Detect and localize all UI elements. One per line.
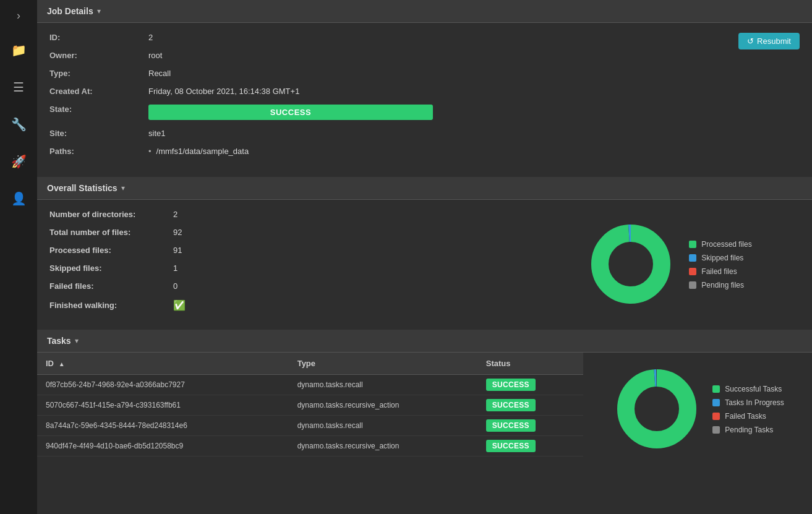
task-id: 940df47e-4f49-4d10-bae6-db5d12058bc9: [37, 436, 289, 456]
successful-tasks-dot: [712, 385, 720, 393]
field-type: Type: Recall: [49, 69, 800, 78]
total-files-value: 92: [173, 228, 182, 237]
finished-walking-label: Finished walking:: [49, 301, 173, 310]
legend-pending: Pending files: [689, 281, 751, 289]
tasks-table: ID ▲ Type Status 0f87cb56-24b7-4968-92e4…: [37, 353, 583, 456]
resubmit-icon: ↺: [747, 36, 754, 46]
paths-list: /mmfs1/data/sample_data: [148, 147, 249, 156]
main-content: Job Details ▾ ↺ Resubmit ID: 2 Owner: ro…: [37, 0, 812, 514]
legend-skipped: Skipped files: [689, 254, 751, 262]
processed-files-label: Processed files:: [49, 246, 173, 255]
tasks-header[interactable]: Tasks ▾: [37, 330, 812, 353]
job-details-body: ↺ Resubmit ID: 2 Owner: root Type: Recal…: [37, 23, 812, 177]
id-sort-arrow: ▲: [59, 361, 65, 367]
job-details-header[interactable]: Job Details ▾: [37, 0, 812, 23]
id-label: ID:: [49, 33, 148, 42]
total-files-label: Total number of files:: [49, 228, 173, 237]
task-type: dynamo.tasks.recall: [289, 375, 477, 395]
field-id: ID: 2: [49, 33, 800, 42]
created-value: Friday, 08 October 2021, 16:14:38 GMT+1: [148, 87, 299, 96]
overall-stats-header[interactable]: Overall Statistics ▾: [37, 177, 812, 200]
overall-stats-title: Overall Statistics: [47, 183, 118, 193]
task-type: dynamo.tasks.recursive_action: [289, 395, 477, 416]
tasks-table-wrap: ID ▲ Type Status 0f87cb56-24b7-4968-92e4…: [37, 353, 583, 456]
tasks-table-header-row: ID ▲ Type Status: [37, 353, 583, 375]
failed-files-label: Failed files:: [49, 281, 173, 291]
processed-dot: [689, 241, 696, 248]
list-icon[interactable]: ☰: [8, 75, 29, 100]
svg-point-2: [610, 243, 652, 285]
state-badge: SUCCESS: [148, 105, 433, 120]
sidebar-toggle[interactable]: ›: [14, 6, 24, 25]
task-status: SUCCESS: [477, 416, 583, 436]
table-row[interactable]: 0f87cb56-24b7-4968-92e4-a0366abc7927dyna…: [37, 375, 583, 395]
tasks-donut: [613, 366, 700, 454]
site-label: Site:: [49, 129, 148, 138]
directories-label: Number of directories:: [49, 210, 173, 219]
stat-directories: Number of directories: 2: [49, 210, 528, 219]
svg-point-5: [636, 388, 678, 430]
owner-value: root: [148, 51, 162, 60]
tasks-in-progress-label: Tasks In Progress: [725, 398, 784, 407]
col-type: Type: [289, 353, 477, 375]
skipped-label: Skipped files: [701, 254, 743, 262]
stat-failed-files: Failed files: 0: [49, 281, 528, 291]
folder-icon[interactable]: 📁: [6, 38, 32, 62]
legend-pending-tasks: Pending Tasks: [712, 426, 784, 434]
table-row[interactable]: 940df47e-4f49-4d10-bae6-db5d12058bc9dyna…: [37, 436, 583, 456]
tasks-body: ID ▲ Type Status 0f87cb56-24b7-4968-92e4…: [37, 353, 812, 466]
failed-tasks-dot: [712, 413, 720, 420]
table-row[interactable]: 5070c667-451f-415e-a794-c393163ffb61dyna…: [37, 395, 583, 416]
finished-walking-check: ✅: [173, 299, 186, 311]
pending-tasks-dot: [712, 426, 720, 434]
paths-label: Paths:: [49, 147, 148, 156]
processed-label: Processed files: [701, 240, 751, 249]
legend-processed: Processed files: [689, 240, 751, 249]
failed-tasks-label: Failed Tasks: [725, 412, 766, 421]
owner-label: Owner:: [49, 51, 148, 60]
user-icon[interactable]: 👤: [6, 186, 32, 211]
rocket-icon[interactable]: 🚀: [6, 149, 32, 174]
task-id: 0f87cb56-24b7-4968-92e4-a0366abc7927: [37, 375, 289, 395]
tasks-chart-area: Successful Tasks Tasks In Progress Faile…: [596, 353, 812, 456]
task-type: dynamo.tasks.recall: [289, 416, 477, 436]
failed-files-value: 0: [173, 281, 177, 291]
stat-skipped-files: Skipped files: 1: [49, 263, 528, 273]
tasks-in-progress-dot: [712, 399, 720, 406]
skipped-dot: [689, 254, 696, 262]
pending-dot: [689, 281, 696, 289]
created-label: Created At:: [49, 87, 148, 96]
pending-label: Pending files: [701, 281, 744, 289]
tasks-legend: Successful Tasks Tasks In Progress Faile…: [712, 385, 784, 434]
col-id[interactable]: ID ▲: [37, 353, 289, 375]
job-details-chevron: ▾: [97, 7, 101, 15]
id-value: 2: [148, 33, 153, 42]
field-state: State: SUCCESS: [49, 105, 800, 120]
tasks-title: Tasks: [47, 336, 71, 346]
path-value: /mmfs1/data/sample_data: [156, 147, 249, 156]
overall-stats-chevron: ▾: [121, 184, 125, 192]
task-status: SUCCESS: [477, 375, 583, 395]
directories-value: 2: [173, 210, 177, 219]
tasks-chevron: ▾: [75, 336, 79, 345]
pending-tasks-label: Pending Tasks: [725, 426, 773, 434]
stats-table: Number of directories: 2 Total number of…: [49, 210, 528, 320]
resubmit-button[interactable]: ↺ Resubmit: [738, 33, 800, 49]
task-id: 8a744a7c-59e6-4345-8444-78ed248314e6: [37, 416, 289, 436]
task-id: 5070c667-451f-415e-a794-c393163ffb61: [37, 395, 289, 416]
task-type: dynamo.tasks.recursive_action: [289, 436, 477, 456]
files-donut: [588, 221, 674, 309]
task-status: SUCCESS: [477, 395, 583, 416]
files-legend: Processed files Skipped files Failed fil…: [689, 240, 751, 289]
processed-files-value: 91: [173, 246, 182, 255]
path-item: /mmfs1/data/sample_data: [148, 147, 249, 156]
legend-tasks-in-progress: Tasks In Progress: [712, 398, 784, 407]
files-chart-area: Processed files Skipped files Failed fil…: [540, 210, 800, 320]
stat-processed-files: Processed files: 91: [49, 246, 528, 255]
field-owner: Owner: root: [49, 51, 800, 60]
state-label: State:: [49, 105, 148, 114]
table-row[interactable]: 8a744a7c-59e6-4345-8444-78ed248314e6dyna…: [37, 416, 583, 436]
site-value: site1: [148, 129, 165, 138]
wrench-icon[interactable]: 🔧: [6, 112, 32, 137]
stat-total-files: Total number of files: 92: [49, 228, 528, 237]
